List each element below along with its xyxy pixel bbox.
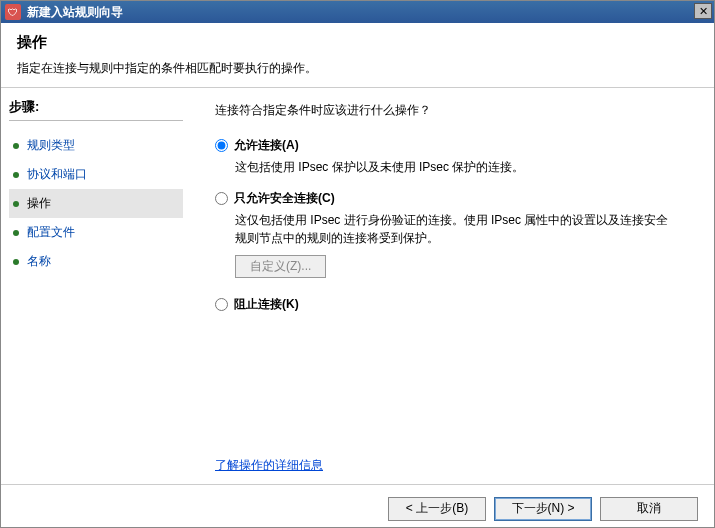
option-allow-secure-desc: 这仅包括使用 IPsec 进行身份验证的连接。使用 IPsec 属性中的设置以及…	[235, 211, 675, 247]
bullet-icon	[13, 259, 19, 265]
step-label: 名称	[27, 253, 51, 270]
bullet-icon	[13, 230, 19, 236]
option-allow-secure-label: 只允许安全连接(C)	[234, 190, 335, 207]
option-allow-secure-row[interactable]: 只允许安全连接(C)	[215, 190, 690, 207]
step-label: 操作	[27, 195, 51, 212]
radio-allow[interactable]	[215, 139, 228, 152]
step-rule-type[interactable]: 规则类型	[9, 131, 183, 160]
option-allow-desc: 这包括使用 IPsec 保护以及未使用 IPsec 保护的连接。	[235, 158, 675, 176]
wizard-header: 操作 指定在连接与规则中指定的条件相匹配时要执行的操作。	[1, 23, 714, 87]
back-button[interactable]: < 上一步(B)	[388, 497, 486, 521]
step-action[interactable]: 操作	[9, 189, 183, 218]
option-block-label: 阻止连接(K)	[234, 296, 299, 313]
radio-block[interactable]	[215, 298, 228, 311]
option-allow-secure: 只允许安全连接(C) 这仅包括使用 IPsec 进行身份验证的连接。使用 IPs…	[215, 190, 690, 282]
step-label: 规则类型	[27, 137, 75, 154]
option-allow: 允许连接(A) 这包括使用 IPsec 保护以及未使用 IPsec 保护的连接。	[215, 137, 690, 176]
window-title: 新建入站规则向导	[27, 4, 123, 21]
content-pane: 连接符合指定条件时应该进行什么操作？ 允许连接(A) 这包括使用 IPsec 保…	[191, 88, 714, 484]
close-icon: ✕	[699, 5, 708, 18]
step-label: 协议和端口	[27, 166, 87, 183]
step-label: 配置文件	[27, 224, 75, 241]
bullet-icon	[13, 172, 19, 178]
next-button[interactable]: 下一步(N) >	[494, 497, 592, 521]
steps-heading: 步骤:	[9, 98, 183, 116]
app-icon: 🛡	[5, 4, 21, 20]
learn-more-link[interactable]: 了解操作的详细信息	[215, 457, 323, 474]
step-name[interactable]: 名称	[9, 247, 183, 276]
bullet-icon	[13, 201, 19, 207]
page-title: 操作	[17, 33, 698, 52]
wizard-footer: < 上一步(B) 下一步(N) > 取消	[1, 484, 714, 528]
cancel-button[interactable]: 取消	[600, 497, 698, 521]
titlebar: 🛡 新建入站规则向导 ✕	[1, 1, 714, 23]
close-button[interactable]: ✕	[694, 3, 712, 19]
customize-button: 自定义(Z)...	[235, 255, 326, 278]
bullet-icon	[13, 143, 19, 149]
step-profile[interactable]: 配置文件	[9, 218, 183, 247]
option-allow-row[interactable]: 允许连接(A)	[215, 137, 690, 154]
option-allow-label: 允许连接(A)	[234, 137, 299, 154]
radio-allow-secure[interactable]	[215, 192, 228, 205]
step-protocol-port[interactable]: 协议和端口	[9, 160, 183, 189]
question-text: 连接符合指定条件时应该进行什么操作？	[215, 102, 690, 119]
option-block-row[interactable]: 阻止连接(K)	[215, 296, 690, 313]
option-block: 阻止连接(K)	[215, 296, 690, 313]
page-subtitle: 指定在连接与规则中指定的条件相匹配时要执行的操作。	[17, 60, 698, 77]
steps-sidebar: 步骤: 规则类型 协议和端口 操作 配置文件 名称	[1, 88, 191, 484]
